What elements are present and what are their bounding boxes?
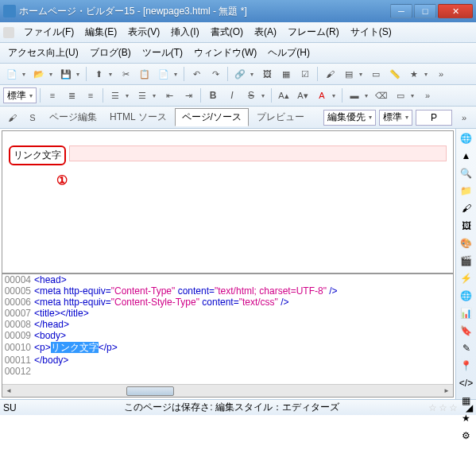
side-folder-icon[interactable]: 📁 xyxy=(459,184,474,197)
menubar-2: アクセス向上(U) ブログ(B) ツール(T) ウィンドウ(W) ヘルプ(H) xyxy=(0,43,476,64)
tab-page-source[interactable]: ページ/ソース xyxy=(175,108,249,126)
scroll-thumb[interactable] xyxy=(126,386,174,396)
menu-file[interactable]: ファイル(F) xyxy=(19,24,79,41)
indent-icon[interactable]: ⇥ xyxy=(180,87,197,104)
tab-html-source[interactable]: HTML ソース xyxy=(105,109,172,126)
maximize-button[interactable]: □ xyxy=(414,4,436,18)
highlight-icon[interactable]: ▭ xyxy=(392,87,409,104)
side-up-icon[interactable]: ▲ xyxy=(459,149,474,162)
menu-help[interactable]: ヘルプ(H) xyxy=(263,45,315,61)
app-icon xyxy=(3,5,16,17)
paste-icon[interactable]: 📄 xyxy=(155,65,172,83)
font-color-icon[interactable]: A xyxy=(313,87,331,104)
menu-format[interactable]: 書式(O) xyxy=(206,24,248,41)
side-globe-icon[interactable]: 🌐 xyxy=(459,132,474,145)
menu-edit[interactable]: 編集(E) xyxy=(80,24,122,41)
side-chart-icon[interactable]: 📊 xyxy=(459,307,474,320)
close-button[interactable]: ✕ xyxy=(438,4,473,18)
expand-icon[interactable]: » xyxy=(455,109,473,126)
menu-window[interactable]: ウィンドウ(W) xyxy=(189,45,261,61)
tab-page-edit[interactable]: ページ編集 xyxy=(45,109,102,126)
image-icon[interactable]: 🖼 xyxy=(258,65,276,83)
source-pane[interactable]: 00004<head> 00005<meta http-equiv="Conte… xyxy=(2,273,453,384)
side-pin-icon[interactable]: 📍 xyxy=(459,359,474,372)
side-star-icon[interactable]: ★ xyxy=(459,412,474,425)
side-brush-icon[interactable]: 🖌 xyxy=(459,202,474,215)
save-icon[interactable]: 💾 xyxy=(57,65,75,83)
clear-icon[interactable]: ⌫ xyxy=(373,87,390,104)
doc-icon xyxy=(3,27,14,38)
edit-priority-combo[interactable]: 編集優先▾ xyxy=(323,110,376,126)
side-toolbar: 🌐 ▲ 🔍 📁 🖌 🖼 🎨 🎬 ⚡ 🌐 📊 🔖 ✎ 📍 </> ▦ ★ ⚙ xyxy=(455,129,476,399)
open-icon[interactable]: 📂 xyxy=(30,65,48,83)
menu-site[interactable]: サイト(S) xyxy=(346,24,397,41)
layout-icon[interactable]: ▭ xyxy=(367,65,385,83)
cut-icon[interactable]: ✂ xyxy=(117,65,134,83)
window-title: ホームページ・ビルダー15 - [newpage3.html - 無題 *] xyxy=(19,5,390,18)
statusbar: SU このページは保存さ: 編集スタイル：エディターズ ☆☆☆ ◢ xyxy=(0,399,476,415)
link-icon[interactable]: 🔗 xyxy=(231,65,249,83)
bold-icon[interactable]: B xyxy=(204,87,222,104)
align-center-icon[interactable]: ≣ xyxy=(63,87,80,104)
minimize-button[interactable]: ─ xyxy=(390,4,412,18)
redo-icon[interactable]: ↷ xyxy=(207,65,224,83)
side-palette-icon[interactable]: 🎨 xyxy=(459,237,474,250)
more-icon[interactable]: » xyxy=(432,65,450,83)
side-gear-icon[interactable]: ⚙ xyxy=(459,429,474,442)
list-ol-icon[interactable]: ☰ xyxy=(134,87,151,104)
brush-icon[interactable]: 🖌 xyxy=(321,65,339,83)
side-image-icon[interactable]: 🖼 xyxy=(459,219,474,232)
undo-icon[interactable]: ↶ xyxy=(188,65,205,83)
grid-icon[interactable]: ▤ xyxy=(340,65,358,83)
menu-table[interactable]: 表(A) xyxy=(250,24,281,41)
link-text-element[interactable]: リンク文字 xyxy=(9,145,66,165)
side-flash-icon[interactable]: ⚡ xyxy=(459,272,474,285)
strike-icon[interactable]: S xyxy=(242,87,260,104)
copy-icon[interactable]: 📋 xyxy=(136,65,153,83)
font-bigger-icon[interactable]: A▴ xyxy=(275,87,292,104)
menu-blog[interactable]: ブログ(B) xyxy=(85,45,136,61)
std-combo[interactable]: 標準▾ xyxy=(379,110,412,126)
side-code-icon[interactable]: </> xyxy=(459,377,474,390)
menu-insert[interactable]: 挿入(I) xyxy=(166,24,203,41)
tabbar: 🖌 S ページ編集 HTML ソース ページ/ソース プレビュー 編集優先▾ 標… xyxy=(0,107,476,129)
side-clip-icon[interactable]: 🎬 xyxy=(459,254,474,267)
style-combo[interactable]: 標準▾ xyxy=(3,87,37,103)
source-icon[interactable]: S xyxy=(24,109,41,126)
p-combo[interactable]: P xyxy=(416,110,452,126)
preview-pane[interactable]: リンク文字 ① xyxy=(2,131,453,273)
scroll-right-icon[interactable]: ► xyxy=(440,386,453,397)
favorite-icon[interactable]: ★ xyxy=(405,65,423,83)
scroll-left-icon[interactable]: ◄ xyxy=(2,386,15,397)
more2-icon[interactable]: » xyxy=(419,87,436,104)
side-search-icon[interactable]: 🔍 xyxy=(459,167,474,180)
table-icon[interactable]: ▦ xyxy=(277,65,295,83)
new-icon[interactable]: 📄 xyxy=(3,65,21,83)
menu-frame[interactable]: フレーム(R) xyxy=(283,24,344,41)
selection-bar xyxy=(69,145,447,161)
align-right-icon[interactable]: ≡ xyxy=(82,87,99,104)
fill-icon[interactable]: ▬ xyxy=(346,87,363,104)
side-globe2-icon[interactable]: 🌐 xyxy=(459,289,474,302)
status-left: SU xyxy=(3,402,35,413)
italic-icon[interactable]: I xyxy=(223,87,241,104)
outdent-icon[interactable]: ⇤ xyxy=(161,87,178,104)
brush2-icon[interactable]: 🖌 xyxy=(3,109,21,126)
font-smaller-icon[interactable]: A▾ xyxy=(294,87,312,104)
side-tag-icon[interactable]: 🔖 xyxy=(459,324,474,337)
align-left-icon[interactable]: ≡ xyxy=(44,87,61,104)
resize-grip-icon[interactable]: ◢ xyxy=(466,402,473,413)
publish-icon[interactable]: ⬆ xyxy=(90,65,107,83)
form-icon[interactable]: ☑ xyxy=(296,65,314,83)
tab-preview[interactable]: プレビュー xyxy=(252,109,309,126)
toolbar-format: 標準▾ ≡ ≣ ≡ ☰▾ ☰▾ ⇤ ⇥ B I S▾ A▴ A▾ A▾ ▬▾ ⌫… xyxy=(0,85,476,107)
menu-tool[interactable]: ツール(T) xyxy=(137,45,188,61)
menu-view[interactable]: 表示(V) xyxy=(123,24,164,41)
horizontal-scrollbar[interactable]: ◄ ► xyxy=(2,384,453,397)
side-edit-icon[interactable]: ✎ xyxy=(459,342,474,355)
ruler-icon[interactable]: 📏 xyxy=(386,65,404,83)
list-ul-icon[interactable]: ☰ xyxy=(106,87,124,104)
rating-stars[interactable]: ☆☆☆ xyxy=(428,402,459,413)
status-center: このページは保存さ: 編集スタイル：エディターズ xyxy=(41,401,422,414)
menu-access[interactable]: アクセス向上(U) xyxy=(3,45,83,61)
